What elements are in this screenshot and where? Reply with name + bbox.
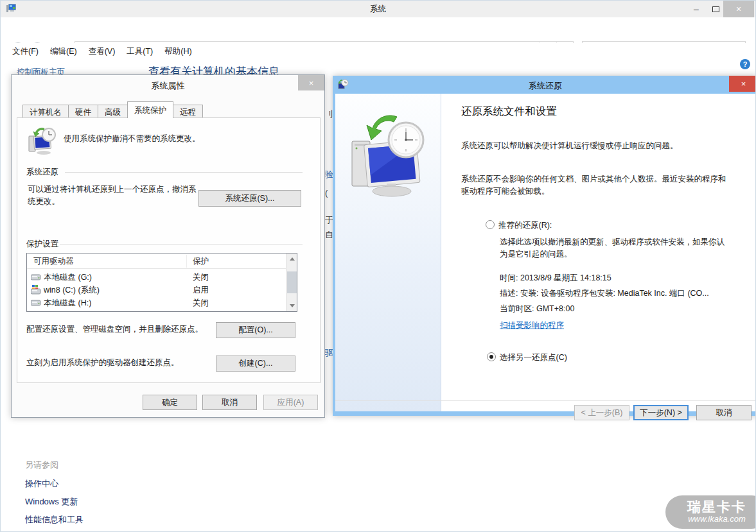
- recommended-restore-label[interactable]: 推荐的还原(R):: [498, 219, 552, 232]
- scroll-up-icon[interactable]: [286, 253, 297, 264]
- restore-point-description: 描述: 安装: 设备驱动程序包安装: MediaTek Inc. 端口 (CO.…: [500, 287, 750, 300]
- menu-tools[interactable]: 工具(T): [127, 46, 153, 57]
- main-titlebar: 系统 – ×: [1, 1, 755, 17]
- table-row[interactable]: 本地磁盘 (H:) 关闭: [27, 296, 286, 309]
- wizard-titlebar: 系统还原 ×: [333, 76, 756, 94]
- clipped-text-fragment: 于: [325, 214, 333, 226]
- system-properties-dialog: 系统属性 × 计算机名 硬件 高级 系统保护 远程 使用系: [11, 74, 325, 418]
- choose-restore-point-label[interactable]: 选择另一还原点(C): [500, 352, 567, 364]
- drive-protection-table: 可用驱动器 保护 本地磁盘 (G:) 关闭 win8 (C:) (系统) 启用 …: [26, 253, 297, 312]
- protection-status: 启用: [193, 285, 209, 296]
- menu-bar: 文件(F) 编辑(E) 查看(V) 工具(T) 帮助(H): [1, 43, 755, 60]
- drive-icon: [31, 272, 41, 281]
- wizard-close-button[interactable]: ×: [729, 76, 756, 92]
- choose-restore-point-radio[interactable]: [487, 352, 496, 361]
- wizard-paragraph-1: 系统还原可以帮助解决使计算机运行缓慢或停止响应的问题。: [461, 140, 750, 152]
- system-restore-wizard: 系统还原 ×: [333, 76, 756, 416]
- system-restore-illustration-icon: [347, 114, 432, 198]
- help-icon[interactable]: ?: [740, 59, 750, 69]
- wizard-body: 还原系统文件和设置 系统还原可以帮助解决使计算机运行缓慢或停止响应的问题。 系统…: [335, 94, 755, 411]
- back-button-wizard[interactable]: < 上一步(B): [574, 405, 629, 420]
- wizard-content: 还原系统文件和设置 系统还原可以帮助解决使计算机运行缓慢或停止响应的问题。 系统…: [441, 94, 755, 411]
- restore-group-label: 系统还原: [26, 167, 58, 178]
- recommended-restore-radio[interactable]: [486, 220, 495, 229]
- clipped-text-fragment: 驱: [325, 347, 333, 359]
- configure-button[interactable]: 配置(O)...: [216, 322, 295, 338]
- sysprops-close-button[interactable]: ×: [298, 75, 324, 90]
- watermark: 瑞星卡卡 www.ikaka.com: [665, 495, 756, 529]
- wizard-title: 系统还原: [333, 80, 756, 92]
- system-restore-button[interactable]: 系统还原(S)...: [198, 190, 301, 207]
- divider: [65, 172, 303, 173]
- sysprops-titlebar: 系统属性 ×: [12, 75, 324, 94]
- column-header-drives: 可用驱动器: [33, 256, 74, 267]
- restore-point-time: 时间: 2013/8/9 星期五 14:18:15: [500, 272, 611, 284]
- restore-group-description: 可以通过将计算机还原到上一个还原点，撤消系统更改。: [28, 184, 200, 208]
- sysprops-title: 系统属性: [12, 80, 324, 92]
- apply-button[interactable]: 应用(A): [263, 395, 318, 410]
- tab-hardware[interactable]: 硬件: [68, 105, 98, 118]
- sysprops-tabs: 计算机名 硬件 高级 系统保护 远程: [22, 101, 203, 118]
- create-button[interactable]: 创建(C)...: [216, 356, 295, 372]
- window-title: 系统: [1, 4, 755, 15]
- wizard-footer-divider: [335, 400, 755, 411]
- system-drive-icon: [31, 285, 41, 295]
- table-row[interactable]: win8 (C:) (系统) 启用: [27, 283, 286, 296]
- tab-advanced[interactable]: 高级: [98, 105, 128, 118]
- tab-remote[interactable]: 远程: [173, 105, 203, 118]
- wizard-paragraph-2: 系统还原不会影响你的任何文档、图片或其他个人数据。最近安装的程序和驱动程序可能会…: [461, 173, 734, 198]
- see-also-header: 另请参阅: [25, 459, 84, 471]
- ok-button[interactable]: 确定: [143, 395, 197, 410]
- column-header-protection: 保护: [193, 256, 209, 267]
- protection-intro-text: 使用系统保护撤消不需要的系统更改。: [64, 133, 200, 144]
- clipped-text-fragment: (: [325, 188, 333, 198]
- tab-computer-name[interactable]: 计算机名: [22, 105, 69, 118]
- protection-settings-label: 保护设置: [26, 239, 58, 250]
- watermark-url: www.ikaka.com: [665, 514, 756, 524]
- recommended-restore-description: 选择此选项以撤消最新的更新、驱动程序或软件安装，如果你认为是它引起的问题。: [500, 236, 725, 261]
- clipped-text-fragment: 验: [325, 169, 333, 180]
- table-row[interactable]: 本地磁盘 (G:) 关闭: [27, 270, 286, 284]
- menu-help[interactable]: 帮助(H): [164, 46, 191, 57]
- minimize-button[interactable]: –: [687, 1, 706, 17]
- scrollbar-thumb[interactable]: [287, 271, 297, 293]
- system-protection-panel: 使用系统保护撤消不需要的系统更改。 系统还原 可以通过将计算机还原到上一个还原点…: [17, 117, 321, 383]
- next-button[interactable]: 下一步(N) >: [633, 405, 689, 420]
- scroll-down-icon[interactable]: [286, 300, 297, 311]
- drive-name: win8 (C:) (系统): [44, 285, 100, 296]
- current-timezone: 当前时区: GMT+8:00: [500, 303, 574, 315]
- scan-affected-programs-link[interactable]: 扫描受影响的程序: [500, 320, 564, 331]
- maximize-button[interactable]: [706, 1, 725, 17]
- system-control-panel-window: 系统 – × ← → ↑ ▸ 控制面板 ▸ 所有控制面板项 ▸ 系统 ↻: [0, 0, 756, 532]
- cancel-button-wizard[interactable]: 取消: [696, 405, 752, 420]
- scrollbar[interactable]: [286, 253, 297, 311]
- wizard-heading: 还原系统文件和设置: [461, 105, 557, 119]
- protection-status: 关闭: [193, 272, 209, 283]
- table-header: 可用驱动器 保护: [27, 253, 286, 269]
- divider: [60, 244, 303, 245]
- drive-name: 本地磁盘 (H:): [44, 298, 91, 309]
- see-also-section: 另请参阅 操作中心 Windows 更新 性能信息和工具: [25, 459, 84, 532]
- menu-edit[interactable]: 编辑(E): [50, 46, 77, 57]
- link-action-center[interactable]: 操作中心: [25, 478, 84, 490]
- wizard-sidebar: [335, 94, 441, 411]
- menu-file[interactable]: 文件(F): [12, 46, 39, 57]
- drive-icon: [31, 298, 41, 307]
- link-performance-tools[interactable]: 性能信息和工具: [25, 514, 84, 526]
- link-windows-update[interactable]: Windows 更新: [25, 496, 84, 508]
- close-button[interactable]: ×: [723, 1, 754, 17]
- drive-name: 本地磁盘 (G:): [44, 272, 92, 283]
- menu-view[interactable]: 查看(V): [89, 46, 116, 57]
- configure-description: 配置还原设置、管理磁盘空间，并且删除还原点。: [26, 323, 213, 336]
- create-description: 立刻为启用系统保护的驱动器创建还原点。: [26, 357, 213, 369]
- column-divider: [186, 255, 187, 268]
- watermark-brand: 瑞星卡卡: [665, 498, 756, 516]
- protection-status: 关闭: [193, 298, 209, 309]
- system-protection-icon: [28, 127, 57, 157]
- clipped-text-fragment: 刂: [325, 108, 333, 120]
- clipped-text-fragment: 自: [325, 229, 333, 241]
- tab-system-protection[interactable]: 系统保护: [127, 101, 173, 118]
- cancel-button[interactable]: 取消: [202, 395, 257, 410]
- maximize-icon: [712, 6, 719, 12]
- navigation-bar: ← → ↑ ▸ 控制面板 ▸ 所有控制面板项 ▸ 系统 ↻: [1, 19, 755, 43]
